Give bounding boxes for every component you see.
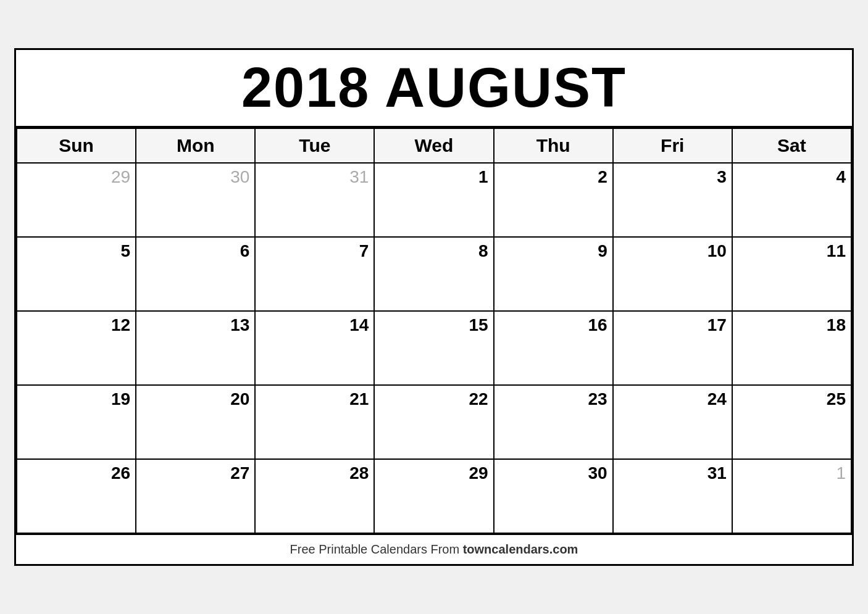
calendar-day-cell: 5 (17, 237, 136, 311)
calendar-day-cell: 20 (136, 385, 255, 459)
calendar-day-cell: 8 (374, 237, 493, 311)
calendar-container: 2018 AUGUST SunMonTueWedThuFriSat 293031… (14, 48, 854, 566)
calendar-day-cell: 31 (255, 163, 374, 237)
weekday-header-fri: Fri (613, 128, 732, 163)
calendar-day-cell: 14 (255, 311, 374, 385)
calendar-week-row: 2930311234 (17, 163, 851, 237)
weekday-header-tue: Tue (255, 128, 374, 163)
calendar-day-cell: 1 (732, 459, 851, 533)
weekday-header-row: SunMonTueWedThuFriSat (17, 128, 851, 163)
calendar-week-row: 2627282930311 (17, 459, 851, 533)
calendar-day-cell: 16 (494, 311, 613, 385)
calendar-day-cell: 26 (17, 459, 136, 533)
calendar-day-cell: 31 (613, 459, 732, 533)
weekday-header-wed: Wed (374, 128, 493, 163)
calendar-day-cell: 24 (613, 385, 732, 459)
calendar-day-cell: 10 (613, 237, 732, 311)
calendar-day-cell: 19 (17, 385, 136, 459)
calendar-day-cell: 30 (494, 459, 613, 533)
calendar-day-cell: 27 (136, 459, 255, 533)
calendar-day-cell: 29 (17, 163, 136, 237)
calendar-day-cell: 15 (374, 311, 493, 385)
calendar-week-row: 567891011 (17, 237, 851, 311)
calendar-day-cell: 12 (17, 311, 136, 385)
calendar-day-cell: 22 (374, 385, 493, 459)
calendar-day-cell: 1 (374, 163, 493, 237)
calendar-week-row: 12131415161718 (17, 311, 851, 385)
calendar-day-cell: 23 (494, 385, 613, 459)
footer-link: towncalendars.com (463, 542, 578, 556)
calendar-footer: Free Printable Calendars From towncalend… (16, 534, 852, 564)
weekday-header-thu: Thu (494, 128, 613, 163)
calendar-day-cell: 30 (136, 163, 255, 237)
footer-text: Free Printable Calendars From (290, 542, 463, 556)
calendar-day-cell: 28 (255, 459, 374, 533)
calendar-day-cell: 7 (255, 237, 374, 311)
calendar-day-cell: 21 (255, 385, 374, 459)
calendar-grid: SunMonTueWedThuFriSat 293031123456789101… (16, 128, 852, 534)
calendar-title: 2018 AUGUST (16, 50, 852, 128)
weekday-header-sat: Sat (732, 128, 851, 163)
calendar-day-cell: 13 (136, 311, 255, 385)
weekday-header-mon: Mon (136, 128, 255, 163)
calendar-day-cell: 2 (494, 163, 613, 237)
calendar-day-cell: 6 (136, 237, 255, 311)
calendar-day-cell: 11 (732, 237, 851, 311)
calendar-day-cell: 18 (732, 311, 851, 385)
weekday-header-sun: Sun (17, 128, 136, 163)
calendar-day-cell: 4 (732, 163, 851, 237)
calendar-week-row: 19202122232425 (17, 385, 851, 459)
calendar-day-cell: 9 (494, 237, 613, 311)
calendar-day-cell: 25 (732, 385, 851, 459)
calendar-day-cell: 29 (374, 459, 493, 533)
calendar-day-cell: 3 (613, 163, 732, 237)
calendar-day-cell: 17 (613, 311, 732, 385)
